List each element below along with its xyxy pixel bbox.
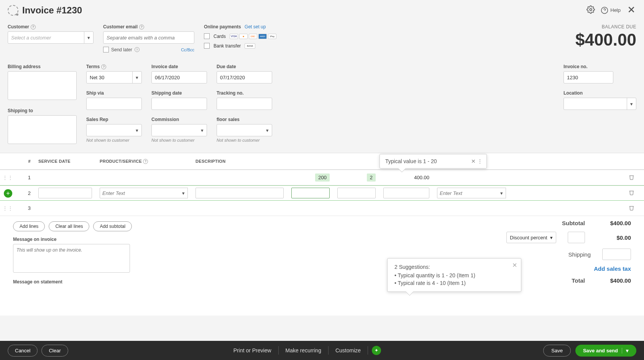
- col-qty: [288, 153, 334, 169]
- due-date-input[interactable]: [217, 71, 272, 83]
- invoice-no-label: Invoice no.: [564, 64, 636, 69]
- close-icon[interactable]: [626, 5, 636, 16]
- hint-icon[interactable]: ?: [135, 47, 140, 52]
- suggestion-item: • Typical quantity is 1 - 20 (Item 1): [394, 272, 514, 278]
- ship-via-label: Ship via: [86, 90, 142, 96]
- balance-due-amount: $400.00: [575, 30, 636, 49]
- cell-rate[interactable]: 2: [367, 173, 376, 182]
- shipping-cost-input[interactable]: [602, 249, 631, 260]
- suggestions-popover: ✕ 2 Suggestions: • Typical quantity is 1…: [387, 258, 521, 292]
- clear-lines-button[interactable]: Clear all lines: [49, 221, 89, 231]
- message-invoice-input[interactable]: [13, 244, 130, 273]
- cell-product-input[interactable]: [100, 188, 188, 198]
- suggestions-title: 2 Suggestions:: [394, 264, 514, 270]
- hint-icon[interactable]: ?: [31, 25, 36, 29]
- add-subtotal-button[interactable]: Add subtotal: [93, 221, 132, 231]
- save-button[interactable]: Save: [543, 345, 571, 357]
- svg-point-0: [590, 8, 592, 11]
- location-label: Location: [564, 90, 636, 96]
- floor-sales-select[interactable]: [217, 124, 272, 136]
- customize-link[interactable]: Customize: [329, 347, 368, 353]
- billing-address-input[interactable]: [8, 71, 77, 100]
- line-items-table: # SERVICE DATE PRODUCT/SERVICE ? DESCRIP…: [0, 153, 644, 216]
- cell-qty-input[interactable]: [291, 188, 330, 198]
- chevron-down-icon[interactable]: ▾: [622, 348, 629, 353]
- save-and-send-button[interactable]: Save and send▾: [575, 345, 636, 357]
- suggestions-close-icon[interactable]: ✕: [512, 262, 517, 269]
- cards-label: Cards: [214, 34, 226, 39]
- chevron-down-icon: ▾: [627, 98, 636, 110]
- payments-setup-link[interactable]: Get set up: [245, 24, 266, 29]
- bank-checkbox[interactable]: [204, 43, 210, 49]
- discount-value: $0.00: [596, 234, 631, 241]
- hint-icon[interactable]: ?: [139, 25, 144, 29]
- col-description: DESCRIPTION: [192, 153, 288, 169]
- location-select[interactable]: ▾: [564, 98, 636, 110]
- cell-date-input[interactable]: [38, 188, 92, 198]
- bank-label: Bank transfer: [214, 43, 241, 49]
- ship-via-input[interactable]: [86, 98, 142, 110]
- chevron-down-icon[interactable]: ▾: [498, 188, 506, 198]
- delete-row-icon[interactable]: [629, 174, 634, 181]
- terms-select[interactable]: Net 30▾: [86, 71, 142, 83]
- cell-amount-input[interactable]: [383, 188, 429, 198]
- customer-label: Customer?: [8, 24, 94, 29]
- shipping-to-input[interactable]: [8, 115, 77, 144]
- cards-checkbox[interactable]: [204, 33, 210, 39]
- total-label: Total: [572, 277, 585, 284]
- tracking-input[interactable]: [217, 98, 272, 110]
- add-row-icon[interactable]: +: [4, 189, 12, 198]
- make-recurring-link[interactable]: Make recurring: [279, 347, 328, 353]
- invoice-no-input[interactable]: [564, 71, 613, 83]
- gear-icon[interactable]: [586, 5, 595, 15]
- add-lines-button[interactable]: Add lines: [13, 221, 45, 231]
- send-later-label: Send later: [111, 47, 132, 52]
- table-row: + 2 ▾ ▾: [0, 185, 644, 201]
- tracking-label: Tracking no.: [217, 90, 272, 96]
- qty-tooltip: Typical value is 1 - 20 ✕ ⋮: [380, 154, 487, 169]
- send-later-checkbox[interactable]: [103, 47, 109, 52]
- tooltip-more-icon[interactable]: ⋮: [477, 158, 483, 164]
- bank-badge-icon: BANK: [245, 43, 255, 49]
- not-shown-note: Not shown to customer: [217, 138, 272, 142]
- commission-select[interactable]: [151, 124, 207, 136]
- hint-icon[interactable]: ?: [101, 64, 106, 69]
- table-row: ⋮⋮ 1 200 2 400.00: [0, 170, 644, 185]
- sales-rep-select[interactable]: [86, 124, 142, 136]
- customer-select[interactable]: Select a customer ▾: [8, 31, 94, 44]
- discount-input[interactable]: [568, 232, 585, 243]
- hint-icon[interactable]: ?: [143, 159, 148, 164]
- shipping-date-input[interactable]: [151, 98, 207, 110]
- shipping-label: Shipping to: [8, 108, 77, 113]
- help-link[interactable]: Help: [601, 7, 621, 14]
- cell-product[interactable]: [96, 170, 192, 185]
- chevron-down-icon[interactable]: ▾: [179, 188, 188, 198]
- ccbcc-link[interactable]: Cc/Bcc: [181, 47, 194, 52]
- discount-type-select[interactable]: Discount percent▾: [506, 232, 556, 243]
- chevron-down-icon: ▾: [550, 235, 553, 241]
- cell-rate-input[interactable]: [337, 188, 376, 198]
- drag-handle-icon[interactable]: ⋮⋮: [2, 205, 13, 211]
- cell-description-input[interactable]: [196, 188, 284, 198]
- cell-qty[interactable]: 200: [315, 173, 330, 182]
- cell-date[interactable]: [34, 170, 96, 185]
- add-sales-tax-link[interactable]: Add sales tax: [594, 265, 631, 272]
- tooltip-close-icon[interactable]: ✕: [471, 158, 476, 164]
- cell-class-input[interactable]: [437, 188, 506, 198]
- assistant-icon[interactable]: ✦: [372, 346, 381, 355]
- chevron-down-icon: ▾: [132, 72, 141, 83]
- clear-button[interactable]: Clear: [41, 345, 68, 357]
- drag-handle-icon[interactable]: ⋮⋮: [2, 175, 13, 181]
- invoice-date-input[interactable]: [151, 71, 207, 83]
- delete-row-icon[interactable]: [629, 205, 634, 212]
- cell-description[interactable]: [192, 170, 288, 185]
- print-preview-link[interactable]: Print or Preview: [227, 347, 278, 353]
- terms-label: Terms?: [86, 64, 142, 69]
- below-table: Add lines Clear all lines Add subtotal S…: [0, 216, 644, 316]
- cell-class[interactable]: [433, 170, 510, 185]
- header: Invoice #1230 Help: [0, 0, 644, 20]
- email-label: Customer email?: [103, 24, 194, 29]
- cancel-button[interactable]: Cancel: [8, 345, 38, 357]
- delete-row-icon[interactable]: [629, 190, 634, 196]
- email-input[interactable]: [103, 31, 194, 44]
